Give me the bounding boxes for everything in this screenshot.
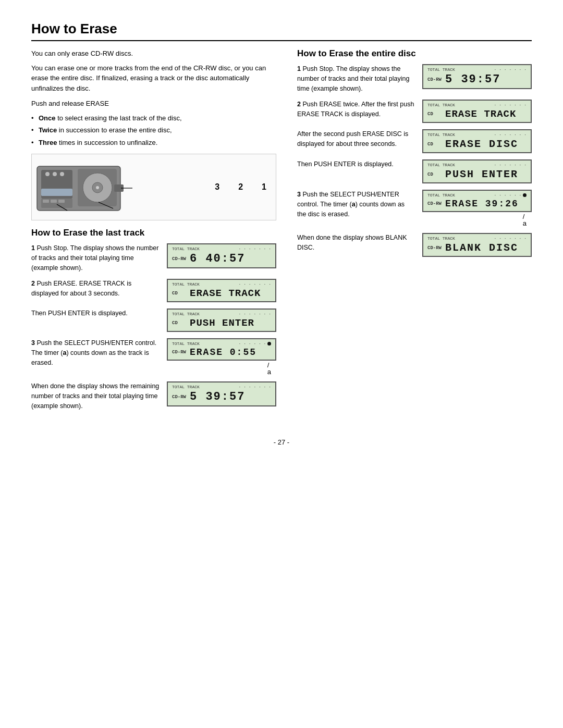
lcd-label: CD-RW bbox=[172, 394, 187, 400]
entire-disc-step1: 1 Push Stop. The display shows the numbe… bbox=[297, 64, 532, 93]
lcd-total-track: TOTAL TRACK bbox=[427, 103, 455, 107]
lcd-total-track: TOTAL TRACK bbox=[172, 312, 200, 316]
push-erase-label: Push and release ERASE bbox=[31, 98, 276, 109]
lcd-dots: · · · · · · · bbox=[494, 163, 527, 167]
last-track-step1-lcd: TOTAL TRACK · · · · · · · CD-RW 6 40:57 bbox=[167, 243, 276, 268]
lcd-value: ERASE TRACK bbox=[190, 288, 261, 299]
lcd-total-track: TOTAL TRACK bbox=[172, 385, 200, 389]
intro-line2: You can erase one or more tracks from th… bbox=[31, 63, 276, 94]
lcd-total-track: TOTAL TRACK bbox=[172, 341, 200, 346]
lcd-value: ERASE 39:26 bbox=[445, 199, 519, 209]
lcd-dots: · · · · · · · bbox=[494, 132, 527, 137]
last-track-step1-text: 1 Push Stop. The display shows the numbe… bbox=[31, 243, 160, 273]
lcd-total-track: TOTAL TRACK bbox=[172, 282, 200, 287]
lcd-label: CD-RW bbox=[427, 201, 442, 206]
lcd-value: 6 40:57 bbox=[190, 252, 245, 265]
last-track-step4-lcd: TOTAL TRACK · · · · · · · CD-RW 5 39:57 bbox=[167, 381, 276, 406]
entire-disc-step4-text: When done the display shows BLANK DISC. bbox=[297, 233, 415, 253]
last-track-heading: How to Erase the last track bbox=[31, 228, 276, 238]
last-track-step3-text: 3 Push the SELECT PUSH/ENTER control. Th… bbox=[31, 338, 160, 367]
last-track-step4: When done the display shows the remainin… bbox=[31, 381, 276, 411]
page-number: - 27 - bbox=[31, 438, 532, 446]
lcd-value: ERASE 0:55 bbox=[190, 347, 256, 357]
lcd-dots: · · · · · · · bbox=[239, 341, 271, 346]
svg-rect-7 bbox=[43, 200, 49, 203]
lcd-dots: · · · · · · · bbox=[494, 103, 527, 107]
diagram-label-2: 2 bbox=[238, 182, 243, 192]
lcd-label: CD-RW bbox=[427, 245, 442, 251]
entire-disc-step2b-text: After the second push ERASE DISC is disp… bbox=[297, 129, 415, 149]
last-track-step2b-text: Then PUSH ENTER is displayed. bbox=[31, 309, 160, 318]
entire-disc-step2c: Then PUSH ENTER is displayed. TOTAL TRAC… bbox=[297, 159, 532, 183]
diagram-numbers: 3 2 1 bbox=[210, 182, 272, 192]
lcd-value: BLANK DISC bbox=[445, 242, 518, 254]
entire-disc-heading: How to Erase the entire disc bbox=[297, 48, 532, 59]
lcd-label: CD-RW bbox=[172, 256, 187, 262]
timer-slash-a-entire: / a bbox=[523, 213, 527, 227]
left-column: You can only erase CD-RW discs. You can … bbox=[31, 48, 276, 417]
last-track-step2b: Then PUSH ENTER is displayed. TOTAL TRAC… bbox=[31, 309, 276, 332]
last-track-step2-text: 2 Push ERASE. ERASE TRACK is displayed f… bbox=[31, 279, 160, 299]
entire-disc-step1-lcd: TOTAL TRACK · · · · · · · CD-RW 5 39:57 bbox=[422, 64, 532, 89]
lcd-label: CD-RW bbox=[172, 350, 187, 355]
lcd-dots: · · · · · · · bbox=[239, 312, 271, 316]
diagram-label-3: 3 bbox=[215, 182, 219, 192]
lcd-dots: · · · · · · · bbox=[239, 282, 271, 287]
entire-disc-step3: 3 Push the SELECT PUSH/ENTER control. Th… bbox=[297, 190, 532, 227]
last-track-step3-lcd: TOTAL TRACK · · · · · · · CD-RW ERASE 0:… bbox=[167, 338, 276, 361]
entire-disc-step3-lcd: TOTAL TRACK · · · · · · · CD-RW ERASE 39… bbox=[422, 190, 532, 212]
entire-disc-step4: When done the display shows BLANK DISC. … bbox=[297, 233, 532, 257]
lcd-value: ERASE DISC bbox=[445, 138, 518, 150]
svg-rect-9 bbox=[58, 200, 65, 203]
bullet-three: Three times in succession to unfinalize. bbox=[31, 138, 276, 148]
svg-rect-5 bbox=[41, 189, 72, 196]
lcd-total-track: TOTAL TRACK bbox=[172, 246, 200, 251]
lcd-value: PUSH ENTER bbox=[190, 317, 254, 329]
last-track-step1: 1 Push Stop. The display shows the numbe… bbox=[31, 243, 276, 273]
lcd-label: CD bbox=[172, 320, 187, 326]
last-track-step2b-lcd: TOTAL TRACK · · · · · · · CD PUSH ENTER bbox=[167, 309, 276, 332]
bullet-once: Once to select erasing the last track of… bbox=[31, 113, 276, 124]
entire-disc-step2-lcd: TOTAL TRACK · · · · · · · CD ERASE TRACK bbox=[422, 100, 532, 123]
lcd-label: CD bbox=[172, 291, 187, 296]
bullet-twice: Twice in succession to erase the entire … bbox=[31, 125, 276, 135]
device-diagram: 3 2 1 bbox=[31, 154, 276, 220]
page-title: How to Erase bbox=[31, 21, 532, 41]
entire-disc-step2b: After the second push ERASE DISC is disp… bbox=[297, 129, 532, 153]
lcd-value: 5 39:57 bbox=[190, 390, 245, 403]
entire-disc-step4-lcd: TOTAL TRACK · · · · · · · CD-RW BLANK DI… bbox=[422, 233, 532, 257]
lcd-label: CD-RW bbox=[427, 77, 442, 82]
entire-disc-step3-text: 3 Push the SELECT PUSH/ENTER control. Th… bbox=[297, 190, 415, 219]
entire-disc-step2b-lcd: TOTAL TRACK · · · · · · · CD ERASE DISC bbox=[422, 129, 532, 153]
last-track-step4-text: When done the display shows the remainin… bbox=[31, 381, 160, 411]
lcd-label: CD bbox=[427, 142, 442, 147]
timer-slash-a: / a bbox=[267, 362, 271, 375]
last-track-step3: 3 Push the SELECT PUSH/ENTER control. Th… bbox=[31, 338, 276, 375]
last-track-step2: 2 Push ERASE. ERASE TRACK is displayed f… bbox=[31, 279, 276, 302]
device-illustration bbox=[36, 158, 140, 216]
lcd-dots: · · · · · · · bbox=[494, 67, 527, 72]
lcd-total-track: TOTAL TRACK bbox=[427, 67, 455, 72]
lcd-dots: · · · · · · · bbox=[494, 236, 527, 241]
diagram-label-1: 1 bbox=[262, 182, 266, 192]
entire-disc-step2-text: 2 Push ERASE twice. After the first push… bbox=[297, 100, 415, 119]
lcd-dots: · · · · · · · bbox=[494, 193, 527, 198]
lcd-label: CD bbox=[427, 172, 442, 177]
lcd-total-track: TOTAL TRACK bbox=[427, 193, 455, 198]
entire-disc-step1-text: 1 Push Stop. The display shows the numbe… bbox=[297, 64, 415, 93]
entire-disc-step2c-text: Then PUSH ENTER is displayed. bbox=[297, 159, 415, 169]
intro-line1: You can only erase CD-RW discs. bbox=[31, 48, 276, 59]
lcd-value: ERASE TRACK bbox=[445, 108, 516, 120]
lcd-value: PUSH ENTER bbox=[445, 168, 518, 180]
entire-disc-step2c-lcd: TOTAL TRACK · · · · · · · CD PUSH ENTER bbox=[422, 159, 532, 183]
svg-point-13 bbox=[96, 186, 99, 189]
lcd-total-track: TOTAL TRACK bbox=[427, 132, 455, 137]
svg-point-3 bbox=[53, 172, 57, 176]
entire-disc-step2: 2 Push ERASE twice. After the first push… bbox=[297, 100, 532, 123]
erase-bullets: Once to select erasing the last track of… bbox=[31, 113, 276, 148]
lcd-label: CD bbox=[427, 112, 442, 117]
lcd-dots: · · · · · · · bbox=[239, 385, 271, 389]
lcd-total-track: TOTAL TRACK bbox=[427, 236, 455, 241]
lcd-value: 5 39:57 bbox=[445, 73, 500, 86]
right-column: How to Erase the entire disc 1 Push Stop… bbox=[297, 48, 532, 417]
